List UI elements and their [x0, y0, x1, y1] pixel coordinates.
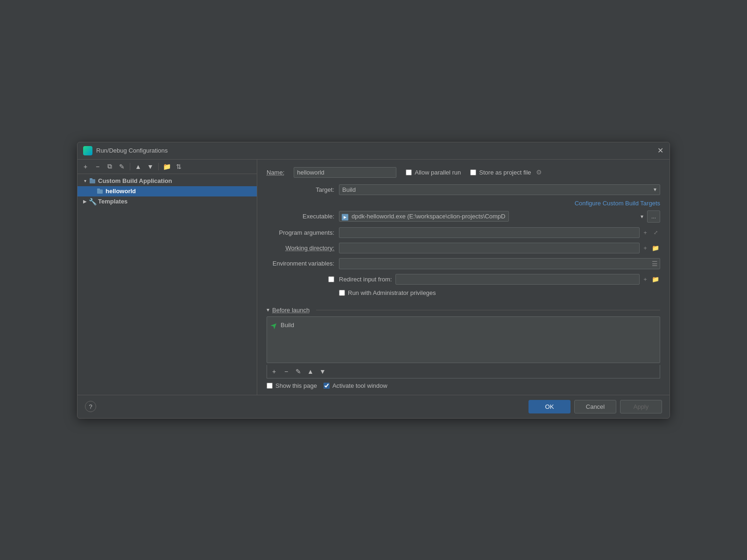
activate-tool-label: Activate tool window: [332, 382, 388, 389]
tree-item-label: helloworld: [106, 188, 136, 195]
tree-item-arrow: [89, 188, 96, 195]
svg-rect-3: [97, 189, 100, 190]
env-vars-edit-button[interactable]: ☰: [649, 259, 660, 269]
store-project-label: Store as project file: [479, 169, 531, 176]
allow-parallel-label: Allow parallel run: [415, 169, 461, 176]
run-admin-label: Run with Administrator privileges: [348, 289, 436, 296]
redirect-input-field[interactable]: [395, 274, 640, 285]
ok-button[interactable]: OK: [529, 400, 571, 413]
bl-remove-button[interactable]: −: [281, 366, 291, 377]
help-button[interactable]: ?: [85, 401, 96, 412]
show-page-checkbox[interactable]: [267, 383, 273, 389]
name-row: Name: Allow parallel run Store as projec…: [267, 167, 660, 178]
show-page-label: Show this page: [275, 382, 317, 389]
target-dropdown-wrap: Build: [339, 184, 660, 195]
tree-group-custom-build[interactable]: ▾ Custom Build Application: [78, 176, 257, 186]
toolbar-sep-1: [130, 163, 130, 170]
before-launch-build-item: ➤ Build: [270, 319, 657, 332]
tree-arrow-expand: ▾: [81, 177, 89, 185]
apply-button[interactable]: Apply: [620, 400, 662, 413]
env-vars-input[interactable]: [339, 259, 649, 268]
working-dir-label: Working directory:: [267, 245, 339, 252]
left-panel: + − ⧉ ✎ ▲ ▼ 📁 ⇅ ▾: [78, 160, 257, 395]
redirect-input-checkbox[interactable]: [328, 276, 334, 282]
program-args-expand-button[interactable]: ⤢: [651, 228, 660, 237]
exe-dropdown-arrow: ▾: [639, 213, 645, 220]
program-args-add-button[interactable]: +: [641, 228, 650, 237]
configure-link-row: Configure Custom Build Targets: [267, 200, 660, 207]
sort-config-button[interactable]: ⇅: [174, 161, 184, 172]
title-bar: Run/Debug Configurations ✕: [78, 142, 669, 160]
gear-icon: ⚙: [536, 168, 542, 176]
run-admin-checkbox[interactable]: [339, 290, 345, 296]
dialog-title: Run/Debug Configurations: [96, 147, 656, 154]
working-dir-add-button[interactable]: +: [641, 243, 650, 252]
dialog-footer: ? OK Cancel Apply: [78, 395, 669, 418]
store-project-checkbox[interactable]: [470, 169, 476, 175]
tree-item-helloworld[interactable]: helloworld: [78, 186, 257, 196]
target-row: Target: Build: [267, 184, 660, 195]
before-launch-list: ➤ Build: [267, 316, 660, 363]
before-launch-toolbar: + − ✎ ▲ ▼: [267, 365, 660, 378]
copy-config-button[interactable]: ⧉: [105, 161, 115, 172]
redirect-add-button[interactable]: +: [641, 274, 650, 284]
toolbar-sep-2: [158, 163, 159, 170]
tree-group-label: Custom Build Application: [98, 177, 172, 184]
bl-edit-button[interactable]: ✎: [293, 366, 303, 377]
env-vars-input-wrap: ☰: [339, 258, 660, 269]
working-dir-row: Working directory: + 📁: [267, 243, 660, 253]
svg-rect-2: [97, 189, 103, 194]
bl-move-down-button[interactable]: ▼: [317, 366, 328, 377]
redirect-checkbox-area: [267, 276, 339, 282]
activate-tool-row: Activate tool window: [324, 382, 388, 389]
executable-row: Executable: ▶ dpdk-helloworld.exe (E:\wo…: [267, 210, 660, 223]
tree-templates-arrow: ▶: [81, 198, 89, 205]
bl-move-up-button[interactable]: ▲: [305, 366, 316, 377]
move-down-config-button[interactable]: ▼: [145, 161, 155, 172]
env-vars-label: Environment variables:: [267, 260, 339, 267]
add-config-button[interactable]: +: [80, 161, 91, 172]
folder-config-button[interactable]: 📁: [162, 161, 172, 172]
run-admin-checkbox-row: Run with Administrator privileges: [339, 289, 436, 296]
before-launch-title: Before launch: [272, 307, 310, 314]
svg-rect-1: [90, 178, 92, 180]
working-dir-browse-button[interactable]: 📁: [651, 243, 660, 252]
remove-config-button[interactable]: −: [92, 161, 103, 172]
tree-group-icon: [89, 177, 96, 185]
left-toolbar: + − ⧉ ✎ ▲ ▼ 📁 ⇅: [78, 160, 257, 174]
program-args-input[interactable]: [339, 227, 640, 238]
tree-templates[interactable]: ▶ 🔧 Templates: [78, 196, 257, 207]
activate-tool-checkbox[interactable]: [324, 383, 330, 389]
svg-rect-0: [90, 179, 95, 183]
before-launch-build-label: Build: [281, 322, 294, 329]
name-input[interactable]: [294, 167, 396, 178]
executable-browse-button[interactable]: ...: [647, 210, 660, 223]
tree-item-icon: [96, 188, 104, 195]
show-page-row: Show this page: [267, 382, 317, 389]
configure-custom-build-link[interactable]: Configure Custom Build Targets: [575, 200, 660, 207]
close-button[interactable]: ✕: [656, 147, 664, 154]
build-arrow-icon: ➤: [268, 319, 280, 331]
target-label: Target:: [267, 186, 339, 193]
name-field-label: Name:: [267, 169, 284, 176]
working-dir-input[interactable]: [339, 243, 640, 253]
allow-parallel-checkbox[interactable]: [406, 169, 412, 175]
program-args-row: Program arguments: + ⤢: [267, 227, 660, 238]
exe-icon: ▶: [342, 212, 350, 220]
clion-icon: [83, 146, 92, 155]
bl-add-button[interactable]: +: [269, 366, 279, 377]
move-up-config-button[interactable]: ▲: [133, 161, 143, 172]
redirect-input-label: Redirect input from:: [339, 276, 392, 283]
run-debug-dialog: Run/Debug Configurations ✕ + − ⧉ ✎ ▲ ▼ 📁…: [77, 142, 670, 419]
executable-dropdown[interactable]: dpdk-helloworld.exe (E:\workspace\clion-…: [339, 211, 509, 222]
redirect-browse-button[interactable]: 📁: [651, 274, 660, 284]
working-dir-input-area: + 📁: [339, 243, 660, 253]
cancel-button[interactable]: Cancel: [574, 400, 616, 413]
target-dropdown[interactable]: Build: [339, 184, 660, 195]
executable-input-area: ▶ dpdk-helloworld.exe (E:\workspace\clio…: [339, 210, 660, 223]
allow-parallel-row: Allow parallel run: [406, 169, 461, 176]
bottom-options-row: Show this page Activate tool window: [267, 378, 660, 395]
edit-config-button[interactable]: ✎: [117, 161, 127, 172]
exe-dropdown-wrap: ▶ dpdk-helloworld.exe (E:\workspace\clio…: [339, 211, 637, 222]
before-launch-divider: [316, 310, 660, 310]
